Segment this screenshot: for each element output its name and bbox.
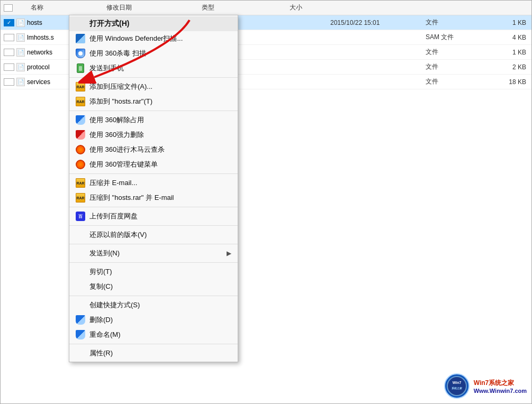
menu-item-windows-defender[interactable]: 使用 Windows Defender扫描...: [69, 31, 238, 46]
properties-icon: [76, 348, 85, 358]
menu-item-360-force-delete[interactable]: 使用 360强力删除: [69, 127, 238, 142]
menu-item-360-manage[interactable]: 使用 360管理右键菜单: [69, 157, 238, 172]
menu-item-open-with[interactable]: 打开方式(H): [69, 16, 238, 31]
menu-item-rename[interactable]: 重命名(M): [69, 327, 238, 342]
menu-label: 上传到百度网盘: [89, 212, 138, 221]
file-icon: 📄: [16, 78, 25, 86]
file-size: 2 KB: [489, 63, 531, 71]
menu-label: 创建快捷方式(S): [89, 300, 140, 310]
select-all-checkbox[interactable]: [4, 4, 13, 12]
cut-icon: [76, 267, 85, 277]
menu-separator: [69, 244, 238, 244]
shortcut-icon: [76, 300, 85, 310]
menu-item-send-phone[interactable]: 发送到手机: [69, 61, 238, 76]
file-type: 文件: [426, 77, 489, 86]
menu-label: 使用 360强力删除: [89, 130, 144, 140]
menu-separator: [69, 207, 238, 207]
context-menu: 打开方式(H) 使用 Windows Defender扫描... 使用 360杀…: [69, 15, 238, 362]
menu-label: 剪切(T): [89, 267, 112, 277]
svg-point-1: [447, 377, 466, 396]
watermark-url: Www.Winwin7.com: [474, 388, 527, 394]
watermark: Win7 系统之家 Win7系统之家 Www.Winwin7.com: [444, 373, 527, 399]
menu-item-delete[interactable]: 删除(D): [69, 313, 238, 327]
menu-separator: [69, 296, 238, 296]
open-icon: [76, 19, 85, 29]
file-icon: 📄: [16, 63, 25, 71]
menu-separator: [69, 344, 238, 344]
phone-icon: [76, 63, 85, 73]
menu-label: 还原以前的版本(V): [89, 230, 147, 240]
table-header: 名称 修改日期 类型 大小: [1, 1, 531, 15]
menu-item-properties[interactable]: 属性(R): [69, 346, 238, 361]
menu-label: 发送到手机: [89, 63, 124, 73]
menu-item-restore-version[interactable]: 还原以前的版本(V): [69, 227, 238, 242]
col-name-header: 名称: [15, 3, 106, 12]
menu-item-add-compress[interactable]: RAR 添加到压缩文件(A)...: [69, 79, 238, 94]
menu-separator: [69, 173, 238, 174]
menu-item-create-shortcut[interactable]: 创建快捷方式(S): [69, 298, 238, 313]
menu-item-baidu-upload[interactable]: 百 上传到百度网盘: [69, 209, 238, 224]
menu-item-compress-hosts-email[interactable]: RAR 压缩到 "hosts.rar" 并 E-mail: [69, 190, 238, 205]
send-to-icon: [76, 249, 85, 258]
menu-item-compress-email[interactable]: RAR 压缩并 E-mail...: [69, 176, 238, 190]
copy-icon: [76, 282, 85, 291]
file-type: 文件: [426, 18, 489, 27]
file-checkbox[interactable]: [4, 34, 14, 41]
svg-text:Win7: Win7: [452, 381, 461, 384]
menu-label: 压缩到 "hosts.rar" 并 E-mail: [89, 193, 174, 203]
svg-text:系统之家: 系统之家: [452, 387, 463, 390]
menu-label: 打开方式(H): [89, 19, 129, 29]
file-size: 1 KB: [489, 49, 531, 56]
menu-item-360-clean[interactable]: 使用 360解除占用: [69, 113, 238, 127]
menu-item-cut[interactable]: 剪切(T): [69, 264, 238, 279]
menu-label: 使用 Windows Defender扫描...: [89, 34, 183, 43]
menu-label: 使用 360杀毒 扫描: [89, 49, 146, 58]
col-date-header: 修改日期: [106, 3, 202, 12]
watermark-text-block: Win7系统之家 Www.Winwin7.com: [474, 379, 527, 394]
watermark-logo: Win7 系统之家: [444, 373, 470, 399]
rar-email-icon: RAR: [76, 178, 85, 188]
windows-defender-icon: [76, 34, 85, 43]
360-force-icon: [76, 130, 85, 140]
360-clean-icon: [76, 115, 85, 125]
file-icon: 📄: [16, 48, 25, 57]
file-checkbox[interactable]: [4, 78, 14, 86]
file-checkbox[interactable]: [4, 49, 14, 56]
menu-label: 复制(C): [89, 282, 113, 291]
file-checkbox[interactable]: [4, 63, 14, 71]
menu-item-send-to[interactable]: 发送到(N) ▶: [69, 246, 238, 261]
360-manage-icon: [76, 160, 85, 169]
col-type-header: 类型: [202, 3, 265, 12]
menu-separator: [69, 262, 238, 263]
360-trojan-icon: [76, 145, 85, 154]
menu-label: 发送到(N): [89, 249, 120, 258]
menu-label: 添加到 "hosts.rar"(T): [89, 97, 152, 106]
file-checkbox[interactable]: ✓: [4, 19, 14, 26]
file-size: 1 KB: [489, 19, 531, 26]
watermark-brand: Win7系统之家: [474, 379, 527, 388]
menu-label: 使用 360管理右键菜单: [89, 160, 158, 169]
menu-label: 删除(D): [89, 315, 113, 325]
rar-icon2: RAR: [76, 97, 85, 106]
baidu-icon: 百: [76, 212, 85, 221]
menu-item-360-trojan[interactable]: 使用 360进行木马云查杀: [69, 142, 238, 157]
menu-item-360-scan[interactable]: 使用 360杀毒 扫描: [69, 46, 238, 61]
360-scan-icon: [76, 49, 85, 58]
file-date: 2015/10/22 15:01: [330, 19, 426, 26]
menu-item-add-hosts-rar[interactable]: RAR 添加到 "hosts.rar"(T): [69, 94, 238, 109]
menu-item-copy[interactable]: 复制(C): [69, 279, 238, 294]
file-icon: 📄: [16, 19, 25, 27]
restore-icon: [76, 230, 85, 240]
rar-icon: RAR: [76, 82, 85, 91]
file-type: 文件: [426, 62, 489, 71]
file-size: 4 KB: [489, 34, 531, 41]
delete-icon: [76, 315, 85, 325]
menu-label: 添加到压缩文件(A)...: [89, 82, 152, 91]
file-type: 文件: [426, 48, 489, 57]
rename-icon: [76, 330, 85, 339]
menu-label: 压缩并 E-mail...: [89, 178, 137, 188]
submenu-arrow: ▶: [227, 250, 231, 257]
menu-label: 使用 360进行木马云查杀: [89, 145, 165, 154]
file-size: 18 KB: [489, 78, 531, 86]
menu-label: 使用 360解除占用: [89, 115, 144, 125]
